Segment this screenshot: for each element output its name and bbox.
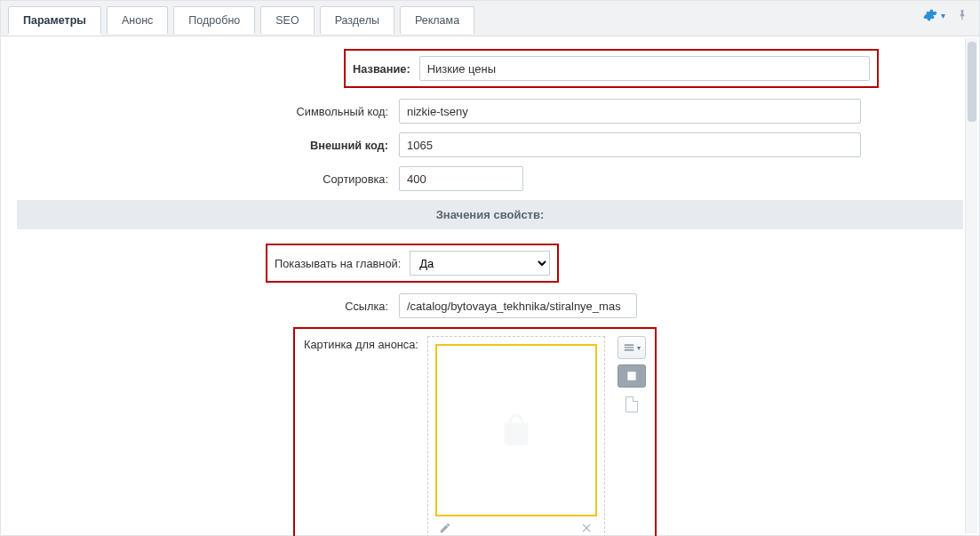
code-label: Символьный код: xyxy=(17,105,399,118)
form-body: Название: Символьный код: Внешний код: С… xyxy=(1,36,979,536)
tab-detail[interactable]: Подробно xyxy=(173,6,255,34)
xmlid-input[interactable] xyxy=(399,132,861,157)
menu-icon xyxy=(623,341,635,354)
image-view-button[interactable] xyxy=(617,364,646,388)
scrollbar-thumb[interactable] xyxy=(968,42,976,122)
gear-icon[interactable] xyxy=(923,8,937,22)
menu-button[interactable]: ▾ xyxy=(617,336,646,359)
code-input[interactable] xyxy=(399,99,861,124)
tabs-bar: Параметры Анонс Подробно SEO Разделы Рек… xyxy=(1,1,979,36)
showhome-label: Показывать на главной: xyxy=(275,257,401,270)
sort-input[interactable] xyxy=(399,166,523,191)
admin-edit-panel: Параметры Анонс Подробно SEO Разделы Рек… xyxy=(0,0,980,536)
name-input[interactable] xyxy=(419,56,870,81)
link-input[interactable] xyxy=(399,293,637,318)
vertical-scrollbar[interactable] xyxy=(965,38,977,533)
bag-placeholder-icon xyxy=(498,412,534,448)
preview-pic-label: Картинка для анонса: xyxy=(304,336,418,351)
showhome-highlight: Показывать на главной: Да xyxy=(266,244,559,283)
tab-parameters[interactable]: Параметры xyxy=(8,6,101,34)
image-side-buttons: ▾ xyxy=(617,336,646,412)
showhome-select[interactable]: Да xyxy=(410,251,550,276)
image-dropzone[interactable] xyxy=(427,336,605,536)
xmlid-label: Внешний код: xyxy=(17,139,399,152)
sort-label: Сортировка: xyxy=(17,172,399,186)
header-actions: ▾ xyxy=(923,8,968,22)
file-icon xyxy=(625,396,638,412)
image-icon xyxy=(625,370,638,382)
image-thumbnail[interactable] xyxy=(435,344,597,516)
preview-pic-highlight: Картинка для анонса: ▾ xyxy=(293,327,657,536)
props-section-header: Значения свойств: xyxy=(17,200,963,229)
name-field-highlight: Название: xyxy=(344,49,879,88)
tab-seo[interactable]: SEO xyxy=(260,6,314,34)
tab-ads[interactable]: Реклама xyxy=(400,6,474,34)
tab-announce[interactable]: Анонс xyxy=(107,6,168,34)
name-label: Название: xyxy=(353,62,410,76)
pin-icon[interactable] xyxy=(956,9,968,21)
file-button[interactable] xyxy=(617,393,646,412)
close-icon[interactable] xyxy=(581,522,594,534)
dropzone-footer xyxy=(435,516,597,534)
pencil-icon[interactable] xyxy=(439,522,451,534)
tab-sections[interactable]: Разделы xyxy=(320,6,394,34)
link-label: Ссылка: xyxy=(17,300,399,313)
